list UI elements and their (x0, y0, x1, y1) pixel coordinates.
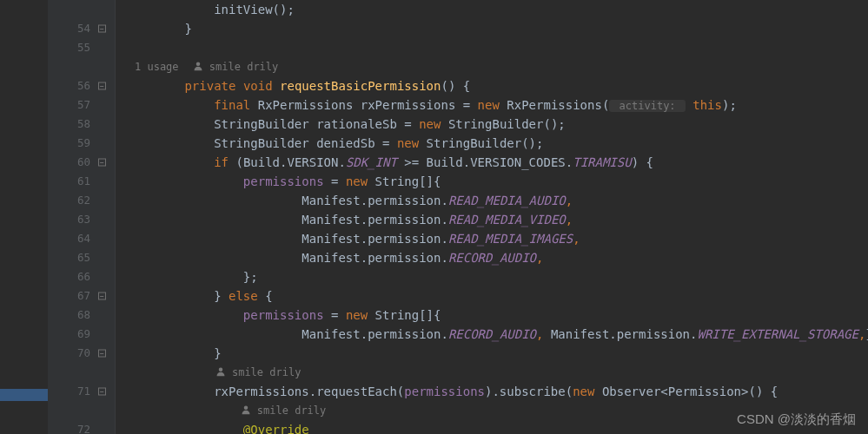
author-hint[interactable]: smile drily (241, 401, 327, 420)
fold-open-icon[interactable]: − (98, 388, 106, 396)
inlay-hints: smile drily (126, 363, 868, 382)
code-line[interactable]: Manifest.permission.RECORD_AUDIO, Manife… (126, 325, 868, 344)
code-line[interactable]: @Override (126, 420, 868, 434)
code-line[interactable]: }; (126, 267, 868, 286)
code-line[interactable]: if (Build.VERSION.SDK_INT >= Build.VERSI… (126, 153, 868, 172)
line-gutter[interactable]: 54−5556−57585960−61626364656667−686970−7… (48, 0, 116, 434)
fold-open-icon[interactable]: − (98, 159, 106, 167)
gutter-line[interactable]: 72 (48, 420, 115, 434)
fold-open-icon[interactable]: − (98, 293, 106, 300)
gutter-line[interactable]: 55 (48, 38, 115, 57)
gutter-line[interactable]: 62 (48, 191, 115, 210)
gutter-line[interactable]: 67− (48, 286, 115, 306)
gutter-line[interactable]: 64 (48, 229, 115, 248)
gutter-line[interactable]: 57 (48, 95, 115, 115)
code-line[interactable]: StringBuilder deniedSb = new StringBuild… (126, 134, 868, 153)
code-line[interactable]: StringBuilder rationaleSb = new StringBu… (126, 115, 868, 134)
gutter-line[interactable]: 71− (48, 382, 115, 401)
gutter-line[interactable]: 56− (48, 76, 115, 95)
fold-close-icon[interactable]: − (98, 25, 106, 33)
gutter-line[interactable]: 54− (48, 19, 115, 38)
fold-open-icon[interactable]: − (98, 82, 106, 90)
author-hint[interactable]: smile drily (193, 57, 279, 76)
code-line[interactable] (126, 38, 868, 57)
gutter-line[interactable] (48, 0, 115, 19)
author-hint[interactable]: smile drily (215, 363, 301, 382)
gutter-line[interactable]: 61 (48, 172, 115, 191)
code-line[interactable]: initView(); (126, 0, 868, 19)
code-line[interactable]: private void requestBasicPermission() { (126, 76, 868, 95)
gutter-line[interactable]: 58 (48, 115, 115, 134)
code-area[interactable]: initView(); }1 usage smile drily private… (116, 0, 868, 434)
gutter-line[interactable]: 70− (48, 344, 115, 363)
gutter-line[interactable]: 59 (48, 134, 115, 153)
gutter-line[interactable]: 66 (48, 267, 115, 286)
code-line[interactable]: Manifest.permission.READ_MEDIA_AUDIO, (126, 191, 868, 210)
gutter-line[interactable]: 68 (48, 306, 115, 325)
code-line[interactable]: Manifest.permission.READ_MEDIA_IMAGES, (126, 229, 868, 248)
code-line[interactable]: final RxPermissions rxPermissions = new … (126, 95, 868, 115)
code-line[interactable]: permissions = new String[]{ (126, 306, 868, 325)
usage-count[interactable]: 1 usage (126, 57, 179, 76)
code-line[interactable]: permissions = new String[]{ (126, 172, 868, 191)
selection-indicator (0, 389, 48, 401)
svg-point-0 (195, 62, 200, 67)
gutter-line[interactable] (48, 401, 115, 420)
gutter-line[interactable]: 60− (48, 153, 115, 172)
inlay-hints: smile drily (126, 401, 868, 420)
code-line[interactable]: Manifest.permission.RECORD_AUDIO, (126, 248, 868, 267)
gutter-line[interactable]: 65 (48, 248, 115, 267)
code-line[interactable]: } (126, 19, 868, 38)
gutter-line[interactable] (48, 363, 115, 382)
fold-close-icon[interactable]: − (98, 350, 106, 358)
left-margin (0, 0, 48, 434)
code-line[interactable]: } else { (126, 286, 868, 306)
gutter-line[interactable]: 69 (48, 325, 115, 344)
code-editor[interactable]: 54−5556−57585960−61626364656667−686970−7… (0, 0, 868, 434)
svg-point-1 (218, 368, 222, 372)
code-line[interactable]: Manifest.permission.READ_MEDIA_VIDEO, (126, 210, 868, 229)
gutter-line[interactable] (48, 57, 115, 76)
code-line[interactable]: } (126, 344, 868, 363)
inlay-hints: 1 usage smile drily (126, 57, 868, 76)
svg-point-2 (243, 406, 248, 411)
gutter-line[interactable]: 63 (48, 210, 115, 229)
code-line[interactable]: rxPermissions.requestEach(permissions).s… (126, 382, 868, 401)
